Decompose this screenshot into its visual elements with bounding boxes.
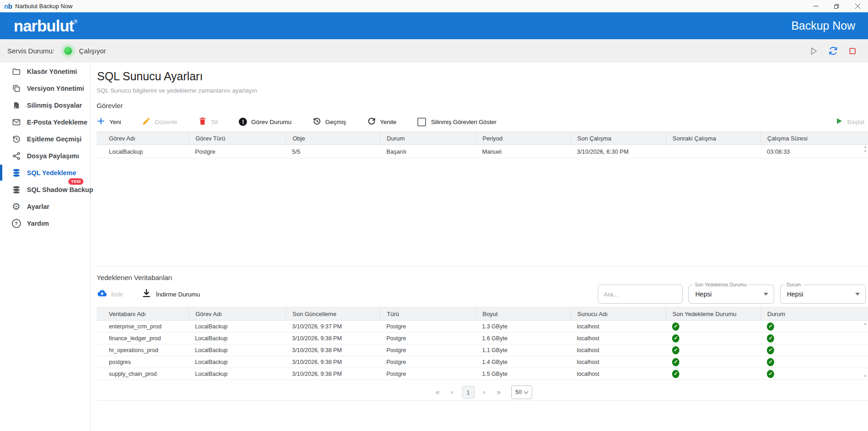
status-select[interactable]: Durum Hepsi [780,285,866,304]
sidebar-item-icon [11,67,21,76]
column-header[interactable]: Durum [760,307,868,320]
sidebar-item-icon: x [11,100,21,110]
sidebar-item-e-posta-yedekleme[interactable]: E-Posta Yedekleme [0,114,90,130]
column-header[interactable]: Obje [286,132,380,145]
tasks-table-body: LocalBackup Postgre 5/5 Başarılı Manuel … [97,145,868,158]
service-stop-button[interactable] [847,46,858,57]
sidebar-item-e-itleme-ge-mi-i[interactable]: Eşitleme Geçmişi [0,130,90,147]
exclamation-icon: ! [239,118,247,126]
app-logo-icon: nb [4,2,12,10]
sidebar-item-sql-shadow-backup[interactable]: SQL Shadow Backup YENİ [0,181,90,198]
sidebar-item-label: SQL Yedekleme [27,169,76,177]
column-header[interactable]: Durum [380,132,476,145]
last-page-button[interactable]: » [494,388,504,396]
sidebar-item-versiyon-y-netimi[interactable]: Versiyon Yönetimi [0,80,90,97]
column-header[interactable]: Son Çalışma [570,132,666,145]
product-title: Backup Now [791,19,855,32]
service-status-label: Servis Durumu: [7,47,54,55]
history-icon [313,117,321,127]
page-subtitle: SQL Sunucu bilgilerini ve yedekleme zama… [97,87,868,94]
column-header[interactable]: Veritabanı Adı [97,307,189,320]
last-backup-status-select[interactable]: Son Yedekleme Durumu Hepsi [688,285,774,304]
column-header[interactable]: Sonraki Çalışma [666,132,760,145]
databases-toolbar: İndir İndirme Durumu Son Yedekleme Durum… [97,284,868,304]
play-icon [835,117,843,127]
refresh-icon [367,117,376,127]
refresh-button[interactable]: Yenile [367,117,396,127]
database-row[interactable]: finance_ledger_prod LocalBackup 3/10/202… [97,332,868,344]
first-page-button[interactable]: « [433,388,443,396]
database-row[interactable]: supply_chain_prod LocalBackup 3/10/2026,… [97,368,868,380]
chevron-down-icon [855,293,860,296]
edit-task-button[interactable]: Düzenle [142,117,178,127]
database-row[interactable]: postgres LocalBackup 3/10/2026, 9:38 PM … [97,356,868,368]
chevron-down-icon [764,293,768,296]
start-task-button[interactable]: Başlat [835,117,864,127]
download-status-button[interactable]: İndirme Durumu [141,288,200,300]
scroll-up-icon[interactable]: ▲ [864,322,867,326]
previous-page-button[interactable]: ‹ [447,388,457,396]
delete-task-button[interactable]: Sil [198,117,218,127]
column-header[interactable]: Görev Adı [97,132,189,145]
sidebar-item-label: Dosya Paylaşımı [27,152,79,160]
sidebar-item-icon [11,134,21,144]
close-button[interactable] [847,0,868,12]
column-header[interactable]: Türü [380,307,476,320]
maximize-button[interactable] [826,0,847,12]
column-header[interactable]: Görev Adı [189,307,286,320]
column-header[interactable]: Son Yedekleme Durumu [666,307,760,320]
success-check-icon [767,346,774,354]
scroll-down-icon[interactable]: ▼ [864,149,867,154]
sidebar-item-ayarlar[interactable]: ⚙ Ayarlar [0,198,90,215]
window-title: Narbulut Backup Now [15,3,72,10]
current-page-button[interactable]: 1 [462,386,475,399]
column-header[interactable]: Periyod [476,132,570,145]
sidebar-item-label: Versiyon Yönetimi [27,85,84,92]
sidebar-item-yard-m[interactable]: ? Yardım [0,215,90,232]
column-header[interactable]: Görev Türü [189,132,286,145]
scroll-up-icon[interactable]: ▲ [864,145,867,149]
databases-heading: Yedeklenen Veritabanları [97,274,868,282]
databases-table-body: enterprise_crm_prod LocalBackup 3/10/202… [97,321,868,380]
new-badge: YENİ [68,178,83,185]
success-check-icon [672,358,679,366]
column-header[interactable]: Boyut [476,307,570,320]
scroll-down-icon[interactable]: ▼ [864,374,867,379]
search-input[interactable] [598,285,683,304]
sidebar-item-klas-r-y-netimi[interactable]: Klasör Yönetimi [0,63,90,80]
sidebar-item-icon [11,185,21,194]
databases-scrollbar[interactable]: ▲▼ [863,320,868,380]
success-check-icon [672,334,679,343]
service-start-button[interactable] [808,46,819,57]
sidebar-item-dosya-payla-m[interactable]: Dosya Paylaşımı [0,147,90,164]
show-deleted-tasks-checkbox[interactable]: Silinmiş Görevleri Göster [417,118,497,126]
task-row[interactable]: LocalBackup Postgre 5/5 Başarılı Manuel … [97,145,868,158]
next-page-button[interactable]: › [479,388,489,396]
sidebar-item-label: Silinmiş Dosyalar [27,102,82,109]
service-restart-button[interactable] [827,46,838,57]
success-check-icon [672,370,679,378]
new-task-button[interactable]: Yeni [97,117,121,127]
column-header[interactable]: Son Güncelleme [286,307,380,320]
database-row[interactable]: enterprise_crm_prod LocalBackup 3/10/202… [97,321,868,332]
download-button[interactable]: İndir [97,288,123,300]
sidebar-item-icon [11,83,21,93]
column-header[interactable]: Sunucu Adı [570,307,666,320]
databases-table-header: Veritabanı Adı Görev Adı Son Güncelleme … [97,307,868,321]
tasks-heading: Görevler [97,102,868,110]
service-status-bar: Servis Durumu: Çalışıyor [0,39,868,62]
history-button[interactable]: Geçmiş [313,117,346,127]
main-content: SQL Sunucu Ayarları SQL Sunucu bilgileri… [91,62,868,431]
task-status-button[interactable]: ! Görev Durumu [239,118,292,126]
checkbox-icon [417,118,426,126]
minimize-button[interactable] [805,0,826,12]
service-running-dot-icon [64,47,72,55]
database-row[interactable]: hr_operations_prod LocalBackup 3/10/2026… [97,344,868,356]
service-status-value: Çalışıyor [79,47,106,55]
download-status-icon [141,288,152,300]
page-size-select[interactable]: 50 [511,385,532,399]
sidebar-item-silinmi-dosyalar[interactable]: x Silinmiş Dosyalar [0,97,90,114]
tasks-scrollbar[interactable]: ▲▼ [863,145,868,162]
column-header[interactable]: Çalışma Süresi [760,132,868,145]
sidebar-item-label: E-Posta Yedekleme [27,119,87,126]
